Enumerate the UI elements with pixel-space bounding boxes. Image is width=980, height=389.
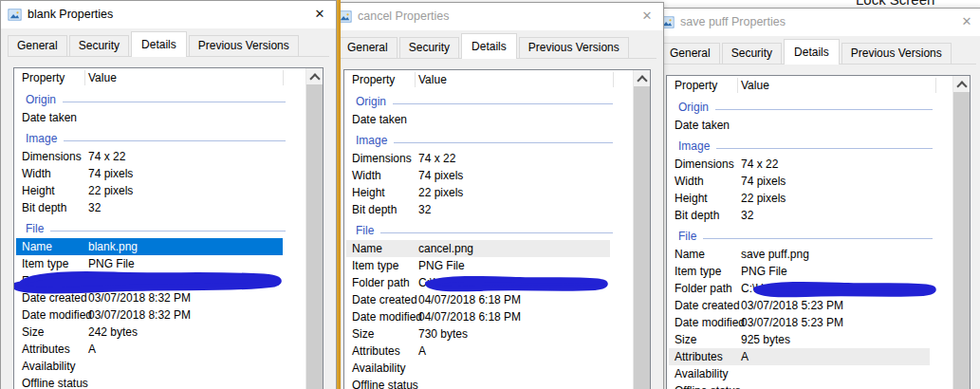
property-row-attributes[interactable]: AttributesA: [344, 343, 634, 360]
tab-security[interactable]: Security: [722, 43, 782, 64]
section-label: Image: [356, 134, 387, 147]
property-row-dimensions[interactable]: Dimensions74 x 22: [14, 148, 306, 165]
property-row-bit-depth[interactable]: Bit depth32: [667, 207, 953, 224]
vertical-scrollbar[interactable]: [633, 70, 650, 389]
property-row-attributes[interactable]: AttributesA: [667, 348, 953, 365]
titlebar[interactable]: blank Properties ✕: [1, 1, 336, 28]
tab-details[interactable]: Details: [131, 31, 187, 57]
property-row-folder-path[interactable]: Folder pathC:\USantos\Docu: [14, 272, 306, 289]
property-row-date-taken[interactable]: Date taken: [667, 117, 953, 134]
tab-general[interactable]: General: [338, 37, 398, 58]
scroll-up-button[interactable]: [634, 70, 650, 86]
property-row-attributes[interactable]: AttributesA: [14, 341, 306, 358]
tab-security[interactable]: Security: [69, 35, 129, 56]
section-header-file: File: [14, 216, 306, 238]
property-row-offline-status[interactable]: Offline status: [344, 377, 634, 389]
column-divider[interactable]: [415, 72, 416, 87]
property-row-name[interactable]: Namesave puff.png: [667, 246, 953, 263]
property-row-date-modified[interactable]: Date modified03/07/2018 8:32 PM: [14, 306, 306, 324]
property-row-date-modified[interactable]: Date modified04/07/2018 6:18 PM: [344, 308, 634, 325]
close-icon[interactable]: ✕: [631, 3, 663, 29]
property-row-date-modified[interactable]: Date modified03/07/2018 5:23 PM: [667, 314, 953, 331]
column-header-property[interactable]: Property: [675, 79, 717, 92]
column-divider[interactable]: [84, 70, 85, 85]
property-row-height[interactable]: Height22 pixels: [667, 190, 953, 207]
titlebar[interactable]: save puff Properties ✕: [654, 9, 980, 36]
vertical-scrollbar[interactable]: [952, 76, 970, 389]
properties-dialog-cancel: cancel Properties ✕ General Security Det…: [330, 2, 664, 389]
property-name: Bit depth: [352, 201, 397, 218]
section-label: Image: [678, 139, 710, 153]
column-header-property[interactable]: Property: [22, 71, 65, 84]
details-rows: Property Value OriginDate takenImageDime…: [344, 70, 634, 389]
property-row-width[interactable]: Width74 pixels: [14, 165, 306, 182]
property-row-bit-depth[interactable]: Bit depth32: [344, 201, 634, 218]
scrollbar-thumb[interactable]: [634, 86, 650, 389]
column-divider[interactable]: [613, 72, 614, 87]
close-icon[interactable]: ✕: [304, 1, 336, 28]
property-name: Height: [352, 184, 385, 201]
property-name: Name: [675, 246, 705, 263]
property-row-bit-depth[interactable]: Bit depth32: [14, 199, 306, 216]
property-name: Width: [352, 167, 381, 184]
tab-previous-versions[interactable]: Previous Versions: [519, 37, 629, 58]
property-name: Size: [352, 325, 374, 343]
property-row-availability[interactable]: Availability: [667, 365, 953, 382]
property-row-width[interactable]: Width74 pixels: [344, 167, 634, 184]
property-row-offline-status[interactable]: Offline status: [14, 375, 306, 389]
scrollbar-thumb[interactable]: [306, 84, 323, 389]
property-row-dimensions[interactable]: Dimensions74 x 22: [667, 156, 953, 173]
column-divider[interactable]: [737, 78, 738, 93]
property-row-folder-path[interactable]: Folder pathC:\U: [667, 280, 953, 297]
property-value: 74 x 22: [741, 156, 778, 173]
titlebar[interactable]: cancel Properties ✕: [331, 3, 663, 30]
property-name: Availability: [22, 358, 75, 375]
property-value: 925 bytes: [741, 331, 790, 348]
property-name: Size: [675, 331, 696, 348]
property-row-folder-path[interactable]: Folder pathC:\U: [344, 274, 634, 291]
property-row-date-taken[interactable]: Date taken: [344, 111, 634, 128]
section-label: File: [678, 230, 696, 243]
property-row-width[interactable]: Width74 pixels: [667, 173, 953, 190]
scroll-up-button[interactable]: [306, 68, 323, 84]
tab-general[interactable]: General: [660, 43, 720, 64]
property-row-name[interactable]: Nameblank.png: [14, 238, 306, 255]
property-value: 32: [418, 201, 431, 218]
section-header-image: Image: [14, 126, 306, 148]
property-row-dimensions[interactable]: Dimensions74 x 22: [344, 150, 634, 167]
property-name: Date created: [675, 297, 740, 314]
property-value: 03/07/2018 8:32 PM: [88, 306, 191, 324]
column-header-value[interactable]: Value: [88, 71, 117, 84]
property-row-size[interactable]: Size730 bytes: [344, 325, 634, 343]
column-divider[interactable]: [283, 70, 284, 85]
property-row-size[interactable]: Size925 bytes: [667, 331, 953, 348]
close-icon[interactable]: ✕: [951, 9, 980, 35]
section-label: File: [356, 224, 374, 237]
tab-previous-versions[interactable]: Previous Versions: [841, 43, 952, 64]
row-highlight: [346, 167, 610, 184]
tab-security[interactable]: Security: [399, 37, 459, 58]
property-row-offline-status[interactable]: Offline status: [667, 382, 953, 389]
column-header-property[interactable]: Property: [352, 73, 395, 86]
tab-details[interactable]: Details: [784, 39, 840, 65]
vertical-scrollbar[interactable]: [305, 68, 323, 389]
section-header-origin: Origin: [344, 89, 634, 111]
property-row-date-taken[interactable]: Date taken: [14, 109, 306, 126]
tab-previous-versions[interactable]: Previous Versions: [189, 35, 299, 56]
column-header-value[interactable]: Value: [418, 73, 447, 86]
property-row-name[interactable]: Namecancel.png: [344, 240, 634, 257]
property-row-size[interactable]: Size242 bytes: [14, 324, 306, 341]
property-row-height[interactable]: Height22 pixels: [344, 184, 634, 201]
property-row-availability[interactable]: Availability: [14, 358, 306, 375]
section-rule: [63, 102, 286, 102]
property-row-height[interactable]: Height22 pixels: [14, 182, 306, 199]
column-header-value[interactable]: Value: [741, 79, 769, 92]
tab-general[interactable]: General: [8, 35, 67, 56]
property-row-availability[interactable]: Availability: [344, 360, 634, 377]
tab-details[interactable]: Details: [461, 33, 517, 59]
scrollbar-thumb[interactable]: [953, 92, 970, 389]
property-name: Bit depth: [22, 199, 66, 216]
scroll-up-button[interactable]: [953, 76, 970, 92]
column-divider[interactable]: [935, 78, 936, 93]
property-name: Dimensions: [22, 148, 82, 165]
